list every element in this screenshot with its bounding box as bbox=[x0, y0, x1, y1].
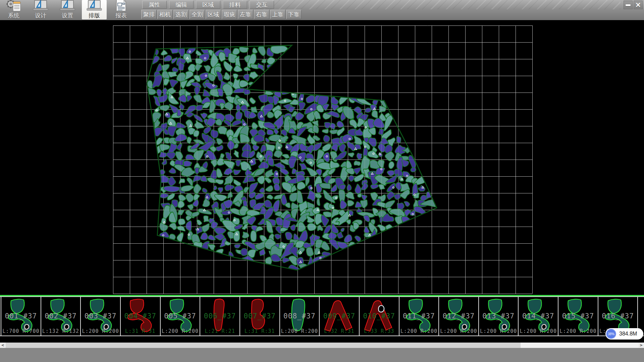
piece-lr-label: L:132 R:132 bbox=[41, 328, 80, 334]
close-icon: ✕ bbox=[635, 2, 641, 8]
tool-button-5[interactable]: 区域 bbox=[206, 10, 221, 19]
mode-button-label: 排版 bbox=[89, 12, 100, 19]
tool-button-2[interactable]: 相机 bbox=[157, 10, 173, 19]
mode-button-system[interactable]: 系统 bbox=[1, 0, 26, 19]
progress-percent: 38% bbox=[608, 332, 614, 336]
piece-id-label: 009_#37 bbox=[320, 312, 359, 320]
system-gear-icon bbox=[5, 0, 22, 12]
piece-cell-11[interactable]: 011_#37L:200 R:200 bbox=[399, 297, 439, 336]
piece-lr-label: L:200 R:200 bbox=[81, 328, 120, 334]
scroll-left-button[interactable]: < bbox=[0, 343, 6, 348]
tool-bar: 聚排相机选割全割区域瑕疵左靠右靠上靠下靠 bbox=[141, 10, 302, 19]
chevron-right-icon: > bbox=[640, 343, 643, 348]
piece-id-label: 002_#37 bbox=[41, 312, 80, 320]
piece-id-label: 010_#37 bbox=[360, 312, 399, 320]
piece-lr-label: L:200 R:200 bbox=[558, 328, 598, 334]
mode-button-settings[interactable]: 设置 bbox=[55, 0, 80, 19]
piece-lr-label: L:200 R:200 bbox=[399, 328, 439, 334]
mode-button-label: 系统 bbox=[8, 12, 19, 19]
progress-badge[interactable]: 38% 384.8M bbox=[605, 328, 643, 340]
piece-id-label: 004_#37 bbox=[121, 312, 160, 320]
tool-button-8[interactable]: 右靠 bbox=[254, 10, 269, 19]
tool-button-3[interactable]: 选割 bbox=[173, 10, 189, 19]
piece-cell-5[interactable]: 005_#37L:200 R:200 bbox=[160, 297, 200, 336]
mode-button-layout[interactable]: 排版 bbox=[82, 0, 107, 19]
mode-button-label: 设计 bbox=[35, 12, 46, 19]
menu-item-2[interactable]: 编辑 bbox=[169, 1, 194, 9]
piece-id-label: 011_#37 bbox=[399, 312, 439, 320]
menu-bar: 属性编辑区域排料交互 bbox=[142, 1, 274, 9]
piece-cell-12[interactable]: 012_#37L:200 R:200 bbox=[438, 297, 478, 336]
piece-lr-label: L:31 R:31 bbox=[240, 328, 279, 334]
close-button[interactable]: ✕ bbox=[634, 1, 643, 9]
piece-thumbnail bbox=[641, 298, 644, 335]
pieces-filmstrip: 001_#37L:700 R:700002_#37L:132 R:132003_… bbox=[0, 296, 644, 336]
piece-cell-1[interactable]: 001_#37L:700 R:700 bbox=[1, 297, 41, 336]
piece-lr-label: L:200 R:200 bbox=[479, 328, 518, 334]
piece-cell-3[interactable]: 003_#37L:200 R:200 bbox=[80, 297, 120, 336]
menu-item-4[interactable]: 排料 bbox=[223, 1, 247, 9]
piece-lr-label: L:32 R:31 bbox=[320, 328, 359, 334]
layout-ruler-icon bbox=[86, 0, 103, 12]
main-toolbar: 系统 设计 设置 bbox=[0, 0, 644, 20]
piece-id-label: 005_#37 bbox=[161, 312, 200, 320]
piece-id-label: 015_#37 bbox=[558, 312, 598, 320]
piece-id-label: 016_#37 bbox=[598, 312, 638, 320]
tool-button-7[interactable]: 左靠 bbox=[238, 10, 253, 19]
piece-id-label: 003_#37 bbox=[81, 312, 120, 320]
report-document-icon bbox=[114, 0, 128, 12]
menu-item-1[interactable]: 属性 bbox=[142, 1, 167, 9]
piece-cell-15[interactable]: 015_#37L:200 R:200 bbox=[558, 297, 598, 336]
horizontal-scrollbar[interactable]: < > bbox=[0, 343, 644, 348]
status-bar bbox=[0, 348, 644, 362]
piece-cell-14[interactable]: 014_#37L:200 R:200 bbox=[518, 297, 558, 336]
tool-button-4[interactable]: 全割 bbox=[190, 10, 205, 19]
piece-id-label: 012_#37 bbox=[439, 312, 478, 320]
piece-lr-label: L:200 R:200 bbox=[439, 328, 478, 334]
piece-lr-label: L:200 R:200 bbox=[280, 328, 319, 334]
tool-button-1[interactable]: 聚排 bbox=[141, 10, 157, 19]
piece-lr-label: L:700 R:700 bbox=[1, 328, 41, 334]
nesting-canvas[interactable] bbox=[0, 20, 644, 295]
piece-cell-9[interactable]: 009_#37L:32 R:31 bbox=[319, 297, 359, 336]
tool-button-9[interactable]: 上靠 bbox=[270, 10, 285, 19]
tool-button-10[interactable]: 下靠 bbox=[286, 10, 302, 19]
mode-button-design[interactable]: 设计 bbox=[28, 0, 53, 19]
mode-button-report[interactable]: 报表 bbox=[109, 0, 133, 19]
scroll-right-button[interactable]: > bbox=[638, 343, 644, 348]
piece-lr-label: L:21 R:21 bbox=[200, 328, 239, 334]
piece-id-label: 008_#37 bbox=[280, 312, 319, 320]
piece-lr-label: L:200 R:200 bbox=[519, 328, 558, 334]
piece-lr-label: L:31 R:31 bbox=[121, 328, 160, 334]
scrollbar-thumb[interactable] bbox=[6, 343, 521, 348]
minimize-icon bbox=[626, 4, 631, 6]
menu-item-5[interactable]: 交互 bbox=[250, 1, 274, 9]
piece-id-label: 013_#37 bbox=[479, 312, 518, 320]
minimize-button[interactable] bbox=[624, 1, 633, 9]
piece-cell-13[interactable]: 013_#37L:200 R:200 bbox=[478, 297, 518, 336]
piece-id-label: 006_#37 bbox=[200, 312, 239, 320]
piece-cell-8[interactable]: 008_#37L:200 R:200 bbox=[279, 297, 319, 336]
piece-id-label: 001_#37 bbox=[1, 312, 41, 320]
piece-id-label: 014_#37 bbox=[519, 312, 558, 320]
tool-button-6[interactable]: 瑕疵 bbox=[222, 10, 237, 19]
piece-lr-label: L:200 R:200 bbox=[161, 328, 200, 334]
mode-button-label: 设置 bbox=[62, 12, 73, 19]
chevron-left-icon: < bbox=[2, 343, 4, 348]
piece-cell-10[interactable]: 010_#37L:33 R:33 bbox=[359, 297, 399, 336]
settings-ruler-icon bbox=[59, 0, 76, 12]
memory-size-label: 384.8M bbox=[619, 328, 637, 340]
progress-percent-circle: 38% bbox=[606, 329, 616, 339]
piece-id-label: 007_#37 bbox=[240, 312, 279, 320]
piece-cell-4[interactable]: 004_#37L:31 R:31 bbox=[120, 297, 160, 336]
design-ruler-icon bbox=[32, 0, 49, 12]
piece-cell-7[interactable]: 007_#37L:31 R:31 bbox=[239, 297, 279, 336]
piece-cell-6[interactable]: 006_#37L:21 R:21 bbox=[200, 297, 239, 336]
piece-cell-2[interactable]: 002_#37L:132 R:132 bbox=[41, 297, 80, 336]
piece-lr-label: L:33 R:33 bbox=[360, 328, 399, 334]
mode-button-label: 报表 bbox=[115, 12, 127, 19]
menu-item-3[interactable]: 区域 bbox=[196, 1, 220, 9]
toolbar-stripe-decoration bbox=[235, 0, 621, 9]
